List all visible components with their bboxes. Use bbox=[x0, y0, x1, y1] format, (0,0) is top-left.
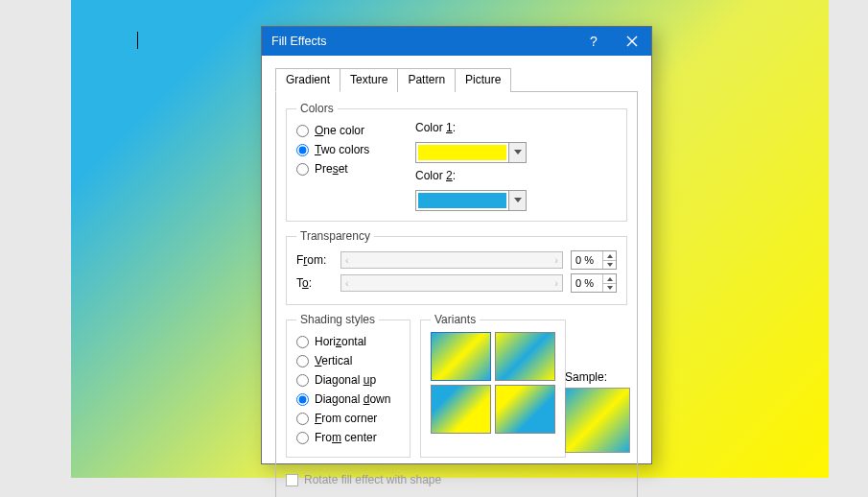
variant-2[interactable] bbox=[431, 385, 491, 434]
transparency-legend: Transparency bbox=[296, 229, 374, 243]
svg-marker-2 bbox=[514, 150, 522, 154]
titlebar-controls: ? bbox=[575, 27, 651, 56]
radio-vertical[interactable]: Vertical bbox=[296, 351, 400, 370]
chevron-down-icon bbox=[508, 191, 526, 210]
svg-marker-7 bbox=[607, 286, 613, 290]
radio-one-color-label: One color bbox=[315, 124, 364, 137]
to-slider[interactable]: ‹› bbox=[340, 274, 563, 292]
dialog-title: Fill Effects bbox=[271, 35, 326, 48]
tab-texture[interactable]: Texture bbox=[340, 68, 398, 92]
spinner-up-icon[interactable] bbox=[603, 274, 616, 283]
radio-one-color-input[interactable] bbox=[296, 125, 309, 137]
variants-group: Variants bbox=[420, 313, 566, 458]
to-label: To: bbox=[296, 276, 333, 290]
colors-legend: Colors bbox=[296, 102, 338, 115]
radio-two-colors-input[interactable] bbox=[296, 144, 309, 156]
rotate-checkbox-row: Rotate fill effect with shape bbox=[286, 473, 627, 486]
variant-0[interactable] bbox=[431, 332, 491, 381]
radio-from-corner[interactable]: From corner bbox=[296, 409, 400, 428]
tab-picture[interactable]: Picture bbox=[455, 68, 511, 92]
close-icon bbox=[626, 36, 638, 47]
close-button[interactable] bbox=[613, 27, 651, 56]
svg-marker-4 bbox=[607, 254, 613, 258]
tab-pattern[interactable]: Pattern bbox=[397, 68, 456, 92]
spinner-down-icon[interactable] bbox=[603, 260, 616, 269]
svg-marker-5 bbox=[607, 263, 613, 267]
from-label: From: bbox=[296, 253, 333, 267]
shading-styles-group: Shading styles Horizontal Vertical Diago… bbox=[286, 313, 411, 458]
sample-label: Sample: bbox=[565, 370, 630, 384]
rotate-checkbox[interactable] bbox=[286, 474, 298, 486]
color2-label: Color 2: bbox=[415, 169, 527, 182]
sample-section: Sample: bbox=[565, 370, 630, 453]
radio-horizontal[interactable]: Horizontal bbox=[296, 332, 400, 351]
help-button[interactable]: ? bbox=[575, 34, 613, 49]
radio-preset-label: Preset bbox=[315, 162, 348, 176]
to-value: 0 % bbox=[572, 277, 602, 289]
tab-strip: Gradient Texture Pattern Picture bbox=[275, 67, 638, 91]
color1-swatch bbox=[418, 145, 506, 160]
to-spinner[interactable]: 0 % bbox=[571, 273, 617, 293]
radio-preset-input[interactable] bbox=[296, 163, 309, 176]
radio-from-center[interactable]: From center bbox=[296, 428, 400, 447]
svg-marker-6 bbox=[607, 277, 613, 281]
shading-legend: Shading styles bbox=[296, 313, 379, 326]
colors-group: Colors One color Two colors bbox=[286, 102, 627, 222]
radio-diagonal-down[interactable]: Diagonal down bbox=[296, 390, 400, 409]
variants-legend: Variants bbox=[431, 313, 480, 326]
spinner-down-icon[interactable] bbox=[603, 283, 616, 292]
radio-diagonal-up[interactable]: Diagonal up bbox=[296, 370, 400, 390]
from-slider[interactable]: ‹› bbox=[340, 251, 563, 269]
color2-dropdown[interactable] bbox=[415, 190, 527, 211]
tab-gradient[interactable]: Gradient bbox=[275, 68, 340, 92]
rotate-label: Rotate fill effect with shape bbox=[304, 473, 441, 486]
chevron-down-icon bbox=[508, 143, 526, 162]
radio-two-colors[interactable]: Two colors bbox=[296, 140, 402, 159]
variant-1[interactable] bbox=[495, 332, 555, 381]
radio-two-colors-label: Two colors bbox=[315, 143, 369, 156]
color1-dropdown[interactable] bbox=[415, 142, 527, 163]
svg-marker-3 bbox=[514, 198, 522, 202]
spinner-up-icon[interactable] bbox=[603, 251, 616, 260]
radio-one-color[interactable]: One color bbox=[296, 121, 402, 140]
radio-preset[interactable]: Preset bbox=[296, 159, 402, 178]
variant-3[interactable] bbox=[495, 385, 555, 434]
from-value: 0 % bbox=[572, 254, 602, 266]
color1-label: Color 1: bbox=[415, 121, 527, 134]
text-cursor bbox=[137, 32, 138, 49]
dialog-titlebar[interactable]: Fill Effects ? bbox=[262, 27, 651, 56]
sample-preview bbox=[565, 388, 630, 453]
from-spinner[interactable]: 0 % bbox=[571, 250, 617, 270]
transparency-group: Transparency From: ‹› 0 % To: ‹› 0 % bbox=[286, 229, 627, 305]
color2-swatch bbox=[418, 193, 506, 208]
fill-effects-dialog: Fill Effects ? Gradient Texture Pattern … bbox=[261, 26, 652, 464]
